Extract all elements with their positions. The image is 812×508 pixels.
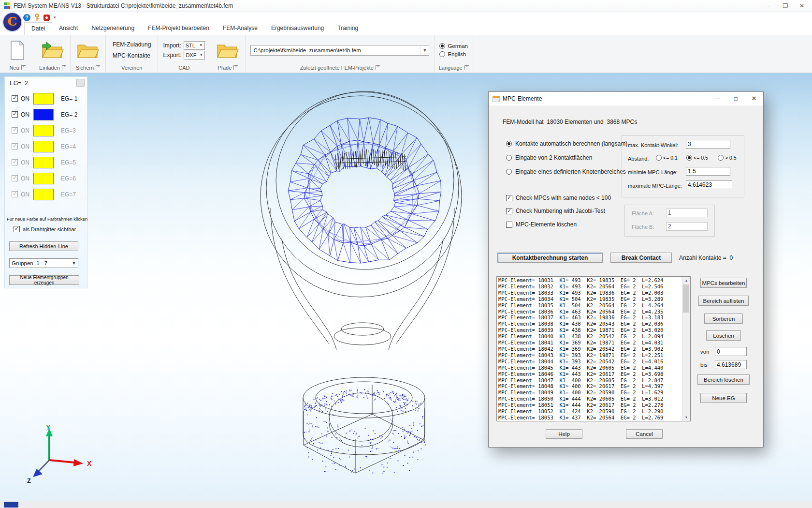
tab-netzgenerierung[interactable]: Netzgenerierung: [85, 22, 141, 35]
scroll-down-icon[interactable]: ▼: [682, 414, 690, 421]
start-button[interactable]: [4, 502, 18, 508]
eg-color-swatch[interactable]: [33, 189, 54, 200]
refresh-hidden-line-button[interactable]: Refresh Hidden-Line: [9, 241, 78, 251]
mpc-list-item[interactable]: MPC-Element= 18046 K1= 443 K2= 20617 EG=…: [498, 371, 682, 377]
taskbar[interactable]: [0, 501, 812, 508]
check-same-nodes-checkbox[interactable]: Check MPCs with same nodes < 100: [506, 194, 611, 201]
tab-fem-projekt-bearbeiten[interactable]: FEM-Projekt bearbeiten: [141, 22, 216, 35]
help-icon[interactable]: ?: [23, 14, 30, 21]
sortieren-button[interactable]: Sortieren: [704, 314, 743, 324]
window-maximize-button[interactable]: ❐: [777, 0, 794, 12]
window-minimize-button[interactable]: –: [761, 0, 777, 12]
dialog-launcher-icon[interactable]: [96, 65, 100, 70]
eg-on-checkbox[interactable]: [12, 127, 18, 134]
mpc-list-item[interactable]: MPC-Element= 18043 K1= 393 K2= 19871 EG=…: [498, 352, 682, 359]
mpc-list-item[interactable]: MPC-Element= 18041 K1= 369 K2= 19871 EG=…: [498, 340, 682, 346]
export-format-select[interactable]: DXF▼: [184, 51, 205, 60]
mpcs-bearbeiten-button[interactable]: MPCs bearbeiten: [700, 278, 747, 288]
kontaktberechnung-starten-button[interactable]: Kontaktberechnung starten: [497, 253, 603, 263]
dialog-launcher-icon[interactable]: [233, 65, 238, 70]
tab-training[interactable]: Training: [331, 22, 365, 35]
tab-ansicht[interactable]: Ansicht: [52, 22, 85, 35]
eg-color-swatch[interactable]: [33, 125, 54, 136]
mpc-list-item[interactable]: MPC-Element= 18035 K1= 504 K2= 20564 EG=…: [498, 302, 682, 309]
eg-color-swatch[interactable]: [33, 173, 54, 184]
mpc-list-item[interactable]: MPC-Element= 18052 K1= 424 K2= 20590 EG=…: [498, 408, 682, 415]
mpc-list-item[interactable]: MPC-Element= 18048 K1= 400 K2= 20617 EG=…: [498, 383, 682, 389]
dialog-launcher-icon[interactable]: [21, 65, 26, 70]
mpc-list-item[interactable]: MPC-Element= 18038 K1= 438 K2= 20543 EG=…: [498, 321, 682, 327]
mpc-list-item[interactable]: MPC-Element= 18034 K1= 504 K2= 19835 EG=…: [498, 296, 682, 302]
tab-fem-analyse[interactable]: FEM-Analyse: [216, 22, 264, 35]
mpc-list-item[interactable]: MPC-Element= 18033 K1= 493 K2= 19836 EG=…: [498, 290, 682, 296]
max-mpc-laenge-input[interactable]: [686, 180, 732, 189]
neue-eg-button[interactable]: Neue EG: [700, 393, 747, 403]
mpc-list-item[interactable]: MPC-Element= 18042 K1= 369 K2= 20542 EG=…: [498, 346, 682, 352]
dialog-minimize-button[interactable]: —: [708, 92, 726, 105]
min-mpc-laenge-input[interactable]: [686, 167, 730, 176]
dialog-maximize-button[interactable]: □: [726, 92, 745, 105]
neu-button[interactable]: [5, 39, 30, 62]
tab-ergebnisauswertung[interactable]: Ergebnisauswertung: [264, 22, 331, 35]
scrollbar-thumb[interactable]: [683, 284, 689, 313]
mpc-kontakte-button[interactable]: MPC-Kontakte: [111, 52, 152, 60]
mpc-list-item[interactable]: MPC-Element= 18031 K1= 493 K2= 19835 EG=…: [498, 277, 682, 284]
sichern-button[interactable]: [75, 39, 101, 62]
eg-on-checkbox[interactable]: [12, 143, 18, 149]
key-icon[interactable]: [34, 14, 40, 21]
chevron-down-icon[interactable]: ▼: [420, 45, 429, 55]
mode-auto-radio[interactable]: Kontakte automatisch berechnen (langsam): [506, 140, 627, 147]
bis-input[interactable]: [715, 360, 747, 369]
recent-projects-combobox[interactable]: C:\projekte\fkm\beide_zusammen\tet4b.fem…: [250, 45, 429, 56]
language-german-radio[interactable]: German: [439, 43, 468, 49]
dialog-title-bar[interactable]: MPC-Elemente — □ ✕: [489, 92, 763, 105]
help-button[interactable]: Help: [546, 429, 582, 439]
customize-toolbar-icon[interactable]: ▾: [54, 15, 56, 20]
dialog-launcher-icon[interactable]: [464, 65, 469, 70]
eg-on-checkbox[interactable]: [12, 95, 18, 102]
eg-color-swatch[interactable]: [33, 93, 54, 105]
eg-on-checkbox[interactable]: [12, 175, 18, 181]
bereich-loeschen-button[interactable]: Bereich löschen: [697, 374, 750, 385]
abstand-01-radio[interactable]: <= 0.1: [656, 155, 678, 161]
eg-on-checkbox[interactable]: [12, 111, 18, 118]
new-element-groups-button[interactable]: Neue Elementgruppen erzeugen: [9, 275, 79, 285]
mpc-list-item[interactable]: MPC-Element= 18047 K1= 400 K2= 20605 EG=…: [498, 377, 682, 384]
mpc-list-item[interactable]: MPC-Element= 18036 K1= 463 K2= 20564 EG=…: [498, 309, 682, 315]
einladen-button[interactable]: [40, 39, 65, 62]
mpc-list-item[interactable]: MPC-Element= 18039 K1= 438 K2= 19871 EG=…: [498, 327, 682, 333]
kontakt-winkel-input[interactable]: [686, 140, 730, 149]
mpc-list-item[interactable]: MPC-Element= 18040 K1= 438 K2= 20542 EG=…: [498, 333, 682, 340]
mpc-list-item[interactable]: MPC-Element= 18032 K1= 493 K2= 20564 EG=…: [498, 284, 682, 290]
panel-close-button[interactable]: [76, 79, 85, 87]
mpc-list-item[interactable]: MPC-Element= 18049 K1= 400 K2= 20590 EG=…: [498, 389, 682, 396]
mpc-list-item[interactable]: MPC-Element= 18050 K1= 444 K2= 20605 EG=…: [498, 396, 682, 402]
von-input[interactable]: [715, 347, 747, 356]
dialog-launcher-icon[interactable]: [62, 65, 66, 70]
language-english-radio[interactable]: English: [439, 51, 466, 57]
mpc-listbox[interactable]: MPC-Element= 18031 K1= 493 K2= 19835 EG=…: [496, 276, 691, 421]
mpc-list-item[interactable]: MPC-Element= 18051 K1= 444 K2= 20617 EG=…: [498, 402, 682, 408]
mpc-list-item[interactable]: MPC-Element= 18045 K1= 443 K2= 20605 EG=…: [498, 365, 682, 371]
eg-color-swatch[interactable]: [33, 141, 54, 152]
eg-on-checkbox[interactable]: [12, 159, 18, 165]
mpc-list-item[interactable]: MPC-Element= 18053 K1= 437 K2= 20564 EG=…: [498, 415, 682, 420]
scrollbar[interactable]: ▲ ▼: [682, 277, 690, 421]
groups-dropdown[interactable]: Gruppen 1 - 7 ▼: [9, 258, 78, 268]
abstand-05-radio[interactable]: <= 0.5: [686, 155, 708, 161]
eg-color-swatch[interactable]: [33, 109, 54, 120]
mode-node-range-radio[interactable]: Eingabe eines definierten Knotenbereiche…: [506, 168, 626, 175]
import-format-select[interactable]: STL▼: [184, 41, 205, 50]
check-jacobi-checkbox[interactable]: Check Numbering with Jacobi-Test: [506, 208, 605, 214]
mpc-list-item[interactable]: MPC-Element= 18037 K1= 463 K2= 19836 EG=…: [498, 314, 682, 321]
tab-datei[interactable]: Datei: [24, 22, 52, 35]
fem-zuladung-button[interactable]: FEM-Zuladung: [111, 41, 153, 48]
mpc-loeschen-checkbox[interactable]: MPC-Elemente löschen: [506, 221, 577, 228]
bereich-auflisten-button[interactable]: Bereich auflisten: [698, 296, 749, 306]
eg-color-swatch[interactable]: [33, 157, 54, 168]
eg-on-checkbox[interactable]: [12, 191, 18, 197]
cancel-button[interactable]: Cancel: [626, 429, 663, 439]
mode-two-surfaces-radio[interactable]: Eingabe von 2 Kontaktflächen: [506, 154, 592, 161]
window-close-button[interactable]: ✕: [794, 0, 810, 12]
mpc-list-item[interactable]: MPC-Element= 18044 K1= 393 K2= 20542 EG=…: [498, 359, 682, 365]
